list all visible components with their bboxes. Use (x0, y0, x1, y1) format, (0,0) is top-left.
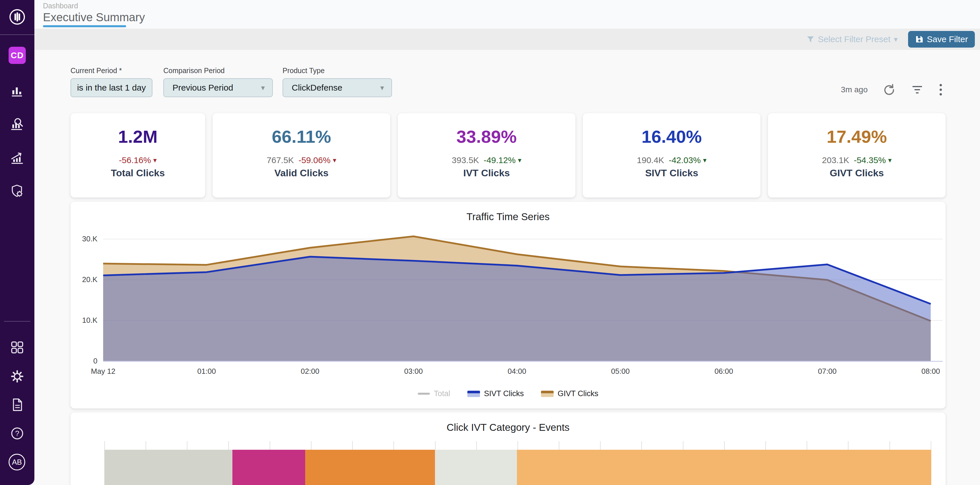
kpi-delta-value: -49.12% (484, 155, 516, 165)
y-tick-label: 20.K (82, 275, 98, 284)
more-options-button[interactable] (939, 83, 943, 97)
kpi-sub-row: -56.16% ▾ (119, 155, 157, 165)
kpi-previous-value: 190.4K (637, 155, 664, 165)
kpi-delta: -59.06% ▾ (299, 155, 336, 165)
kpi-previous-value: 767.5K (267, 155, 294, 165)
kpi-card-givt-clicks: 17.49% 203.1K -54.35% ▾ GIVT Clicks (768, 113, 946, 198)
bar-axis-ticks (104, 441, 931, 450)
sidebar-item-performance[interactable] (0, 150, 34, 166)
chart-title: Traffic Time Series (70, 211, 946, 222)
product-type-value: ClickDefense (292, 83, 342, 93)
comparison-period-value: Previous Period (172, 83, 233, 93)
x-tick-label: 04:00 (508, 367, 526, 376)
stacked-bar (104, 450, 931, 485)
chevron-down-icon: ▾ (261, 83, 265, 92)
filter-list-button[interactable] (911, 84, 924, 96)
y-tick-label: 10.K (82, 316, 98, 325)
kpi-label: IVT Clicks (463, 168, 510, 179)
sidebar-item-help[interactable]: ? (0, 426, 34, 441)
filter-preset-strip: Select Filter Preset ▾ Save Filter (34, 29, 980, 50)
filter-comparison-period: Comparison Period Previous Period ▾ (163, 67, 273, 97)
sidebar-item-protection[interactable] (0, 183, 34, 199)
kpi-label: GIVT Clicks (830, 168, 884, 179)
kpi-value: 33.89% (457, 126, 517, 147)
legend-swatch (418, 393, 430, 395)
x-tick-label: 03:00 (404, 367, 423, 376)
axis-tick (352, 441, 353, 450)
time-series-plot (103, 226, 943, 362)
y-tick-label: 30.K (82, 235, 98, 243)
chevron-down-icon: ▾ (380, 83, 384, 92)
bar-segment-segment-3[interactable] (305, 450, 435, 485)
kpi-card-valid-clicks: 66.11% 767.5K -59.06% ▾ Valid Clicks (213, 113, 390, 198)
refresh-icon (883, 83, 896, 96)
axis-tick (889, 441, 890, 450)
breadcrumb: Dashboard (43, 2, 78, 10)
kpi-sub-row: 203.1K -54.35% ▾ (822, 155, 892, 165)
area-chart (103, 226, 943, 362)
legend-swatch (541, 391, 554, 397)
caret-down-icon: ▾ (153, 156, 157, 164)
caret-down-icon: ▾ (332, 156, 336, 164)
sidebar-item-reports[interactable] (0, 83, 34, 98)
refresh-button[interactable] (883, 83, 896, 96)
bar-segment-segment-2[interactable] (232, 450, 305, 485)
sidebar-item-docs[interactable] (0, 397, 34, 412)
preset-label: Select Filter Preset (818, 34, 890, 44)
sidebar-item-settings[interactable] (0, 369, 34, 384)
kpi-label: Valid Clicks (275, 168, 329, 179)
kpi-delta: -42.03% ▾ (669, 155, 706, 165)
caret-down-icon: ▾ (703, 156, 706, 164)
sidebar-divider-top (0, 34, 34, 35)
legend-item[interactable]: GIVT Clicks (541, 389, 598, 398)
x-tick-label: 01:00 (197, 367, 216, 376)
chart-search-icon (9, 116, 25, 133)
user-avatar[interactable]: AB (9, 454, 25, 471)
save-filter-label: Save Filter (927, 34, 968, 44)
axis-tick (765, 441, 766, 450)
axis-tick (311, 441, 312, 450)
comparison-period-select[interactable]: Previous Period ▾ (163, 78, 273, 97)
chart-legend: TotalSIVT ClicksGIVT Clicks (70, 389, 946, 398)
bar-segment-segment-4[interactable] (435, 450, 517, 485)
x-axis-labels: May 1201:0002:0003:0004:0005:0006:0007:0… (103, 367, 943, 377)
filter-current-period: Current Period * is in the last 1 day (70, 67, 153, 97)
current-period-input[interactable]: is in the last 1 day (70, 78, 153, 97)
axis-tick (724, 441, 725, 450)
filters-row: Current Period * is in the last 1 day Co… (70, 67, 946, 97)
save-filter-button[interactable]: Save Filter (908, 31, 975, 48)
axis-tick (476, 441, 477, 450)
bar-segment-segment-1[interactable] (104, 450, 232, 485)
kpi-sub-row: 190.4K -42.03% ▾ (637, 155, 706, 165)
page-title-tab[interactable]: Executive Summary (43, 11, 145, 24)
axis-tick (683, 441, 683, 450)
sidebar-item-clickdefense[interactable]: CD (9, 47, 26, 64)
kpi-label: Total Clicks (111, 168, 165, 179)
app-logo[interactable] (0, 9, 34, 25)
sidebar-divider-bottom (4, 321, 30, 322)
sidebar-item-analytics-explore[interactable] (0, 116, 34, 133)
caret-down-icon: ▾ (518, 156, 521, 164)
bar-segment-segment-5[interactable] (517, 450, 931, 485)
traffic-time-series-card: Traffic Time Series 30.K20.K10.K0 May 12… (70, 202, 946, 408)
chart-title: Click IVT Category - Events (70, 422, 946, 433)
legend-label: Total (434, 389, 450, 398)
legend-item[interactable]: SIVT Clicks (467, 389, 524, 398)
kpi-delta-value: -56.16% (119, 155, 151, 165)
kebab-menu-icon (939, 83, 943, 97)
caret-down-icon: ▾ (888, 156, 891, 164)
kpi-delta: -56.16% ▾ (119, 155, 157, 165)
filter-product-type: Product Type ClickDefense ▾ (283, 67, 392, 97)
legend-item[interactable]: Total (418, 389, 450, 398)
save-icon (915, 35, 924, 43)
axis-tick (807, 441, 807, 450)
x-tick-label: 07:00 (818, 367, 837, 376)
sidebar-item-apps[interactable] (0, 340, 34, 355)
product-type-select[interactable]: ClickDefense ▾ (283, 78, 392, 97)
kpi-previous-value: 393.5K (452, 155, 479, 165)
select-filter-preset-button[interactable]: Select Filter Preset ▾ (807, 34, 897, 44)
kpi-delta-value: -54.35% (854, 155, 886, 165)
x-tick-label: 05:00 (611, 367, 630, 376)
axis-tick (517, 441, 518, 450)
kpi-value: 1.2M (118, 126, 158, 147)
